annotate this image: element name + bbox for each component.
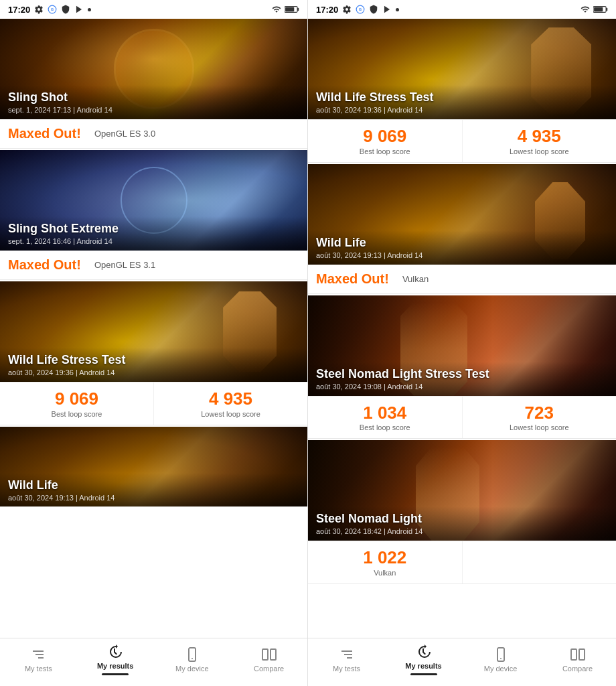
- dot-indicator-right: [396, 8, 399, 11]
- steelnomadstress-overlay: Steel Nomad Light Stress Test août 30, 2…: [308, 362, 616, 396]
- steelnomadstress-card[interactable]: Steel Nomad Light Stress Test août 30, 2…: [308, 295, 616, 439]
- slingshot-extreme-maxed: Maxed Out!: [8, 257, 81, 273]
- steelnomad-api: Vulkan: [316, 569, 454, 577]
- slingshot-maxed: Maxed Out!: [8, 126, 81, 141]
- wildlifestress-date-right: août 30, 2024 19:36 | Android 14: [316, 106, 608, 114]
- svg-rect-4: [297, 8, 299, 11]
- slingshot-extreme-title: Sling Shot Extreme: [8, 222, 299, 236]
- svg-rect-9: [271, 649, 276, 660]
- settings-icon: [34, 5, 44, 14]
- nav-my-tests-label-right: My tests: [333, 665, 360, 673]
- wifi-icon: [271, 5, 282, 14]
- status-bar-right: 17:20 G: [308, 0, 616, 19]
- steelnomadstress-best-value: 1 034: [316, 403, 454, 423]
- wildlife-maxed-right: Maxed Out!: [316, 271, 389, 287]
- wildlifestress-lowest-score-left: 4 935 Lowest loop score: [154, 383, 307, 425]
- wildlife-date-right: août 30, 2024 19:13 | Android 14: [316, 251, 608, 259]
- wildlifestress-scores-right: 9 069 Best loop score 4 935 Lowest loop …: [308, 119, 616, 162]
- slingshot-card[interactable]: Sling Shot sept. 1, 2024 17:13 | Android…: [0, 19, 307, 149]
- wildlife-card-right[interactable]: Wild Life août 30, 2024 19:13 | Android …: [308, 164, 616, 294]
- wildlifestress-image-right: Wild Life Stress Test août 30, 2024 19:3…: [308, 19, 616, 119]
- slingshot-image: Sling Shot sept. 1, 2024 17:13 | Android…: [0, 19, 307, 119]
- nav-my-tests-left[interactable]: My tests: [11, 642, 65, 677]
- google-icon-right: G: [356, 5, 365, 14]
- wildlifestress-date-left: août 30, 2024 19:36 | Android 14: [8, 368, 299, 376]
- right-scroll-area[interactable]: Wild Life Stress Test août 30, 2024 19:3…: [308, 19, 616, 638]
- steelnomadstress-lowest: 723 Lowest loop score: [463, 397, 617, 439]
- nav-my-results-label-left: My results: [97, 662, 133, 670]
- wildlife-overlay-left: Wild Life août 30, 2024 19:13 | Android …: [0, 473, 307, 507]
- wildlife-image-right: Wild Life août 30, 2024 19:13 | Android …: [308, 164, 616, 265]
- steelnomadstress-best: 1 034 Best loop score: [308, 397, 463, 439]
- nav-results-underline-left: [102, 673, 129, 675]
- nav-results-underline-right: [410, 673, 437, 675]
- dot-indicator: [88, 8, 91, 11]
- arrow-icon-right: [339, 646, 355, 663]
- nav-compare-label-left: Compare: [254, 665, 284, 673]
- steelnomad-score-value: 1 022: [316, 548, 454, 567]
- steelnomadstress-title: Steel Nomad Light Stress Test: [316, 367, 608, 381]
- wildlifestress-best-value-right: 9 069: [316, 127, 454, 146]
- shield-icon-right: [369, 5, 378, 14]
- wildlifestress-overlay-left: Wild Life Stress Test août 30, 2024 19:3…: [0, 348, 307, 382]
- compare-icon-right: [570, 646, 586, 663]
- wildlifestress-card-right[interactable]: Wild Life Stress Test août 30, 2024 19:3…: [308, 19, 616, 163]
- steelnomadstress-best-label: Best loop score: [316, 423, 454, 431]
- svg-rect-15: [594, 7, 603, 12]
- wifi-icon-right: [580, 5, 591, 14]
- slingshot-extreme-api: OpenGL ES 3.1: [94, 260, 155, 270]
- wildlife-date-left: août 30, 2024 19:13 | Android 14: [8, 494, 299, 502]
- wildlifestress-best-value-left: 9 069: [8, 389, 145, 409]
- right-panel: 17:20 G Wild Life Stress Test août 30, 2: [308, 0, 616, 686]
- status-right-right: [580, 5, 608, 14]
- nav-my-tests-label-left: My tests: [25, 665, 52, 673]
- nav-my-tests-right[interactable]: My tests: [320, 642, 374, 677]
- steelnomad-card[interactable]: Steel Nomad Light août 30, 2024 18:42 | …: [308, 440, 616, 584]
- nav-my-results-right[interactable]: My results: [397, 640, 451, 679]
- google-icon: G: [48, 5, 57, 14]
- svg-rect-14: [606, 8, 607, 11]
- nav-my-results-left[interactable]: My results: [88, 640, 142, 679]
- bottom-nav-right: My tests My results My device Compare: [308, 638, 616, 686]
- wildlifestress-lowest-label-left: Lowest loop score: [162, 410, 299, 418]
- nav-my-device-right[interactable]: My device: [474, 642, 528, 677]
- slingshot-extreme-card[interactable]: Sling Shot Extreme sept. 1, 2024 16:46 |…: [0, 150, 307, 280]
- wildlife-score-area-right: Maxed Out! Vulkan: [308, 265, 616, 293]
- svg-marker-2: [76, 6, 82, 13]
- left-scroll-area[interactable]: Sling Shot sept. 1, 2024 17:13 | Android…: [0, 19, 307, 638]
- wildlifestress-image-left: Wild Life Stress Test août 30, 2024 19:3…: [0, 281, 307, 382]
- left-panel: 17:20 G Sling S: [0, 0, 308, 686]
- steelnomad-image: Steel Nomad Light août 30, 2024 18:42 | …: [308, 440, 616, 541]
- svg-marker-12: [384, 6, 390, 13]
- arrow-icon-left: [30, 646, 46, 663]
- battery-icon: [285, 5, 299, 13]
- device-icon-right: [493, 646, 509, 663]
- slingshot-extreme-score-area: Maxed Out! OpenGL ES 3.1: [0, 251, 307, 279]
- nav-my-device-left[interactable]: My device: [165, 642, 219, 677]
- wildlifestress-best-label-left: Best loop score: [8, 410, 145, 418]
- steelnomadstress-scores: 1 034 Best loop score 723 Lowest loop sc…: [308, 396, 616, 439]
- nav-my-device-label-right: My device: [484, 665, 518, 673]
- nav-compare-right[interactable]: Compare: [551, 642, 605, 677]
- wildlife-title-right: Wild Life: [316, 236, 608, 250]
- nav-compare-label-right: Compare: [562, 665, 593, 673]
- steelnomad-score-block: 1 022 Vulkan: [308, 541, 463, 584]
- nav-compare-left[interactable]: Compare: [242, 642, 296, 677]
- wildlifestress-title-right: Wild Life Stress Test: [316, 90, 608, 105]
- slingshot-overlay: Sling Shot sept. 1, 2024 17:13 | Android…: [0, 85, 307, 119]
- svg-rect-5: [285, 7, 294, 12]
- wildlifestress-card-left[interactable]: Wild Life Stress Test août 30, 2024 19:3…: [0, 281, 307, 425]
- steelnomadstress-lowest-value: 723: [471, 403, 609, 423]
- svg-text:G: G: [359, 7, 362, 11]
- wildlifestress-best-label-right: Best loop score: [316, 147, 454, 155]
- wildlife-card-left[interactable]: Wild Life août 30, 2024 19:13 | Android …: [0, 427, 307, 507]
- svg-rect-19: [579, 649, 585, 660]
- shield-icon: [61, 5, 70, 14]
- wildlifestress-title-left: Wild Life Stress Test: [8, 353, 299, 367]
- nav-my-results-label-right: My results: [405, 662, 441, 670]
- steelnomadstress-lowest-label: Lowest loop score: [471, 423, 609, 431]
- steelnomad-date: août 30, 2024 18:42 | Android 14: [316, 527, 608, 535]
- wildlifestress-scores-left: 9 069 Best loop score 4 935 Lowest loop …: [0, 382, 307, 425]
- slingshot-extreme-date: sept. 1, 2024 16:46 | Android 14: [8, 237, 299, 245]
- slingshot-api: OpenGL ES 3.0: [94, 129, 155, 139]
